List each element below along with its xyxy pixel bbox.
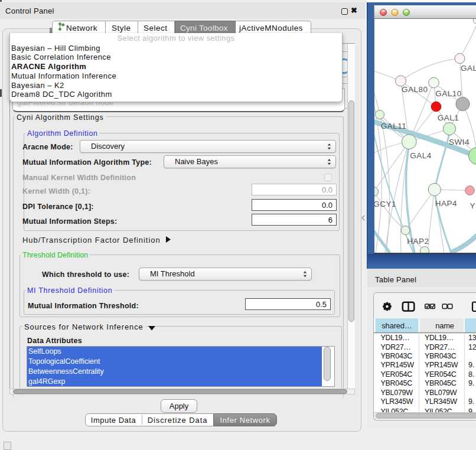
svg-text:YLR345W: YLR345W (381, 397, 413, 406)
svg-text:YDL19…: YDL19… (425, 334, 454, 342)
svg-text:YBL079W: YBL079W (425, 389, 457, 397)
svg-text:Y: Y (470, 201, 476, 210)
svg-text:YLR345W: YLR345W (425, 397, 457, 406)
svg-text:YBR043C: YBR043C (381, 352, 413, 360)
svg-text:YPR145W: YPR145W (381, 361, 415, 369)
svg-text:9.: 9. (468, 361, 474, 369)
svg-text:HAP2: HAP2 (407, 237, 429, 246)
svg-text:YER054C: YER054C (425, 370, 457, 379)
svg-text:13: 13 (468, 334, 476, 342)
svg-text:name: name (435, 321, 454, 330)
svg-text:HAP4: HAP4 (435, 199, 457, 208)
svg-text:YDL19…: YDL19… (381, 334, 410, 342)
svg-text:YBL079W: YBL079W (381, 389, 413, 397)
svg-text:9.: 9. (468, 397, 474, 406)
svg-text:shared…: shared… (382, 321, 412, 330)
svg-text:GAL4: GAL4 (410, 151, 432, 160)
svg-text:YER054C: YER054C (381, 370, 413, 379)
svg-text:YBR045C: YBR045C (425, 379, 457, 387)
svg-text:8.: 8. (468, 370, 474, 379)
svg-text:GAL1: GAL1 (438, 113, 459, 122)
svg-text:GAL10: GAL10 (435, 89, 462, 98)
svg-text:GCY1: GCY1 (374, 200, 396, 208)
svg-text:YDR27…: YDR27… (425, 343, 455, 351)
svg-text:YBR043C: YBR043C (425, 352, 457, 360)
svg-text:9.: 9. (468, 379, 474, 387)
svg-text:SWI4: SWI4 (449, 138, 470, 146)
svg-text:GAL2: GAL2 (461, 64, 476, 73)
svg-text:YBR045C: YBR045C (381, 379, 413, 387)
svg-text:GAL11: GAL11 (381, 122, 407, 131)
svg-text:YPR145W: YPR145W (425, 361, 458, 369)
svg-text:GAL80: GAL80 (402, 85, 428, 94)
svg-text:12: 12 (468, 343, 476, 351)
svg-text:YDR27…: YDR27… (381, 343, 411, 351)
